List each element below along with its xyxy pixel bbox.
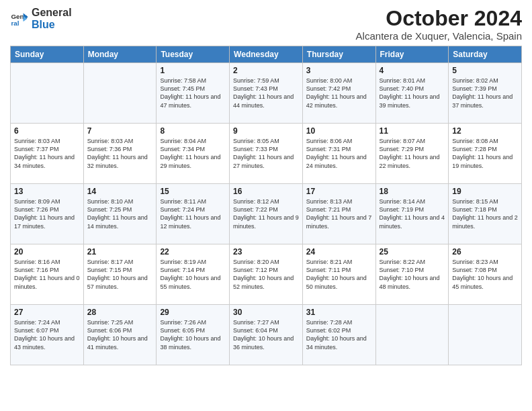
calendar-subtitle: Alcantera de Xuquer, Valencia, Spain <box>356 30 522 42</box>
title-block: October 2024 Alcantera de Xuquer, Valenc… <box>356 7 522 42</box>
weekday-header-sunday: Sunday <box>11 46 84 63</box>
day-info: Sunrise: 7:26 AM Sunset: 6:05 PM Dayligh… <box>160 318 226 351</box>
calendar-cell: 18Sunrise: 8:14 AM Sunset: 7:19 PM Dayli… <box>375 184 449 244</box>
day-info: Sunrise: 7:24 AM Sunset: 6:07 PM Dayligh… <box>14 318 80 351</box>
calendar-cell: 7Sunrise: 8:03 AM Sunset: 7:36 PM Daylig… <box>83 124 157 184</box>
calendar-week-row: 1Sunrise: 7:58 AM Sunset: 7:45 PM Daylig… <box>11 63 522 124</box>
day-info: Sunrise: 8:15 AM Sunset: 7:18 PM Dayligh… <box>452 197 518 230</box>
calendar-cell: 3Sunrise: 8:00 AM Sunset: 7:42 PM Daylig… <box>302 63 375 124</box>
day-info: Sunrise: 8:08 AM Sunset: 7:28 PM Dayligh… <box>452 137 518 170</box>
calendar-cell: 13Sunrise: 8:09 AM Sunset: 7:26 PM Dayli… <box>11 184 84 244</box>
day-info: Sunrise: 7:25 AM Sunset: 6:06 PM Dayligh… <box>87 318 153 351</box>
calendar-week-row: 20Sunrise: 8:16 AM Sunset: 7:16 PM Dayli… <box>11 244 522 305</box>
weekday-header-tuesday: Tuesday <box>157 46 230 63</box>
day-info: Sunrise: 8:12 AM Sunset: 7:22 PM Dayligh… <box>233 197 299 230</box>
calendar-cell: 29Sunrise: 7:26 AM Sunset: 6:05 PM Dayli… <box>157 305 230 365</box>
calendar-cell: 31Sunrise: 7:28 AM Sunset: 6:02 PM Dayli… <box>302 305 375 365</box>
calendar-cell: 21Sunrise: 8:17 AM Sunset: 7:15 PM Dayli… <box>83 244 157 305</box>
day-number: 29 <box>160 308 226 317</box>
day-number: 25 <box>380 247 445 257</box>
calendar-cell: 1Sunrise: 7:58 AM Sunset: 7:45 PM Daylig… <box>157 63 230 124</box>
weekday-header-friday: Friday <box>375 46 449 63</box>
day-number: 24 <box>306 247 372 257</box>
day-number: 18 <box>380 187 445 196</box>
logo-icon: Gene ral <box>10 9 29 28</box>
day-number: 11 <box>380 126 445 136</box>
day-info: Sunrise: 8:00 AM Sunset: 7:42 PM Dayligh… <box>306 77 372 109</box>
calendar-cell: 2Sunrise: 7:59 AM Sunset: 7:43 PM Daylig… <box>230 63 303 124</box>
day-number: 9 <box>233 126 299 136</box>
logo: Gene ral General Blue <box>10 7 72 32</box>
calendar-cell: 5Sunrise: 8:02 AM Sunset: 7:39 PM Daylig… <box>449 63 522 124</box>
day-number: 1 <box>160 66 226 75</box>
day-number: 2 <box>233 66 299 75</box>
calendar-week-row: 13Sunrise: 8:09 AM Sunset: 7:26 PM Dayli… <box>11 184 522 244</box>
day-info: Sunrise: 8:22 AM Sunset: 7:10 PM Dayligh… <box>380 258 445 291</box>
calendar-cell: 23Sunrise: 8:20 AM Sunset: 7:12 PM Dayli… <box>230 244 303 305</box>
day-number: 23 <box>233 247 299 257</box>
day-number: 16 <box>233 187 299 196</box>
day-info: Sunrise: 8:09 AM Sunset: 7:26 PM Dayligh… <box>14 197 80 230</box>
day-info: Sunrise: 7:27 AM Sunset: 6:04 PM Dayligh… <box>233 318 299 351</box>
calendar-cell: 22Sunrise: 8:19 AM Sunset: 7:14 PM Dayli… <box>157 244 230 305</box>
day-info: Sunrise: 8:05 AM Sunset: 7:33 PM Dayligh… <box>233 137 299 170</box>
day-info: Sunrise: 8:14 AM Sunset: 7:19 PM Dayligh… <box>380 197 445 230</box>
calendar-cell: 10Sunrise: 8:06 AM Sunset: 7:31 PM Dayli… <box>302 124 375 184</box>
calendar-cell <box>375 305 449 365</box>
day-number: 27 <box>14 308 80 317</box>
calendar-cell: 8Sunrise: 8:04 AM Sunset: 7:34 PM Daylig… <box>157 124 230 184</box>
calendar-cell: 14Sunrise: 8:10 AM Sunset: 7:25 PM Dayli… <box>83 184 157 244</box>
day-number: 19 <box>452 187 518 196</box>
calendar-page: Gene ral General Blue October 2024 Alcan… <box>0 0 532 411</box>
calendar-cell: 4Sunrise: 8:01 AM Sunset: 7:40 PM Daylig… <box>375 63 449 124</box>
calendar-week-row: 6Sunrise: 8:03 AM Sunset: 7:37 PM Daylig… <box>11 124 522 184</box>
day-info: Sunrise: 8:02 AM Sunset: 7:39 PM Dayligh… <box>452 77 518 109</box>
calendar-cell <box>11 63 84 124</box>
weekday-header-saturday: Saturday <box>449 46 522 63</box>
day-number: 31 <box>306 308 372 317</box>
calendar-cell: 9Sunrise: 8:05 AM Sunset: 7:33 PM Daylig… <box>230 124 303 184</box>
day-number: 13 <box>14 187 80 196</box>
day-info: Sunrise: 8:04 AM Sunset: 7:34 PM Dayligh… <box>160 137 226 170</box>
calendar-cell: 27Sunrise: 7:24 AM Sunset: 6:07 PM Dayli… <box>11 305 84 365</box>
day-info: Sunrise: 8:21 AM Sunset: 7:11 PM Dayligh… <box>306 258 372 291</box>
day-number: 3 <box>306 66 372 75</box>
day-number: 7 <box>87 126 153 136</box>
calendar-table: SundayMondayTuesdayWednesdayThursdayFrid… <box>10 46 522 365</box>
day-info: Sunrise: 8:19 AM Sunset: 7:14 PM Dayligh… <box>160 258 226 291</box>
day-number: 20 <box>14 247 80 257</box>
calendar-cell: 19Sunrise: 8:15 AM Sunset: 7:18 PM Dayli… <box>449 184 522 244</box>
logo-text: General Blue <box>32 7 72 32</box>
day-number: 21 <box>87 247 153 257</box>
weekday-header-monday: Monday <box>83 46 157 63</box>
calendar-cell: 11Sunrise: 8:07 AM Sunset: 7:29 PM Dayli… <box>375 124 449 184</box>
day-info: Sunrise: 8:03 AM Sunset: 7:36 PM Dayligh… <box>87 137 153 170</box>
weekday-header-wednesday: Wednesday <box>230 46 303 63</box>
day-info: Sunrise: 7:28 AM Sunset: 6:02 PM Dayligh… <box>306 318 372 351</box>
calendar-cell: 26Sunrise: 8:23 AM Sunset: 7:08 PM Dayli… <box>449 244 522 305</box>
day-number: 4 <box>380 66 445 75</box>
day-info: Sunrise: 7:59 AM Sunset: 7:43 PM Dayligh… <box>233 77 299 109</box>
calendar-cell: 17Sunrise: 8:13 AM Sunset: 7:21 PM Dayli… <box>302 184 375 244</box>
calendar-cell: 30Sunrise: 7:27 AM Sunset: 6:04 PM Dayli… <box>230 305 303 365</box>
day-number: 28 <box>87 308 153 317</box>
calendar-week-row: 27Sunrise: 7:24 AM Sunset: 6:07 PM Dayli… <box>11 305 522 365</box>
day-number: 30 <box>233 308 299 317</box>
calendar-cell <box>449 305 522 365</box>
calendar-cell: 15Sunrise: 8:11 AM Sunset: 7:24 PM Dayli… <box>157 184 230 244</box>
calendar-cell: 24Sunrise: 8:21 AM Sunset: 7:11 PM Dayli… <box>302 244 375 305</box>
day-info: Sunrise: 8:16 AM Sunset: 7:16 PM Dayligh… <box>14 258 80 291</box>
day-info: Sunrise: 8:20 AM Sunset: 7:12 PM Dayligh… <box>233 258 299 291</box>
day-info: Sunrise: 8:07 AM Sunset: 7:29 PM Dayligh… <box>380 137 445 170</box>
calendar-cell: 12Sunrise: 8:08 AM Sunset: 7:28 PM Dayli… <box>449 124 522 184</box>
weekday-header-thursday: Thursday <box>302 46 375 63</box>
day-number: 5 <box>452 66 518 75</box>
day-info: Sunrise: 8:23 AM Sunset: 7:08 PM Dayligh… <box>452 258 518 291</box>
calendar-cell: 20Sunrise: 8:16 AM Sunset: 7:16 PM Dayli… <box>11 244 84 305</box>
calendar-cell: 16Sunrise: 8:12 AM Sunset: 7:22 PM Dayli… <box>230 184 303 244</box>
calendar-cell: 6Sunrise: 8:03 AM Sunset: 7:37 PM Daylig… <box>11 124 84 184</box>
day-number: 15 <box>160 187 226 196</box>
day-number: 10 <box>306 126 372 136</box>
calendar-cell: 25Sunrise: 8:22 AM Sunset: 7:10 PM Dayli… <box>375 244 449 305</box>
day-number: 22 <box>160 247 226 257</box>
